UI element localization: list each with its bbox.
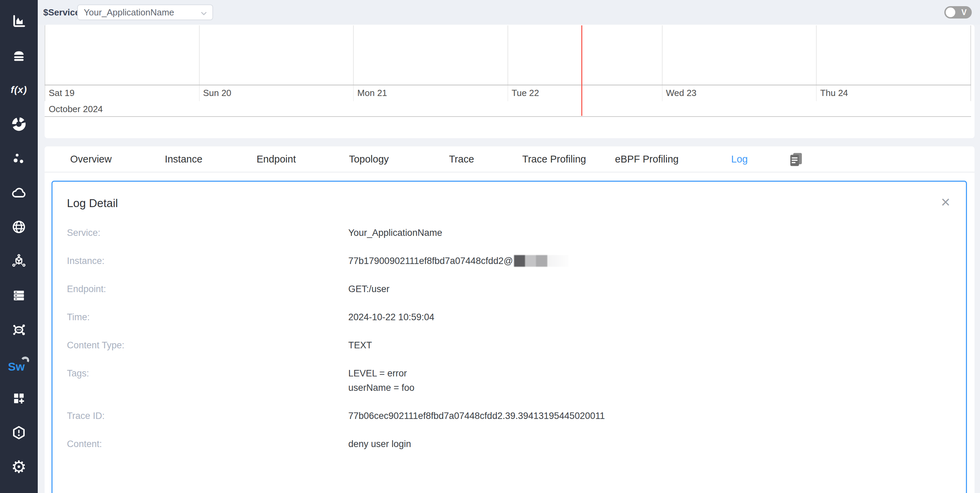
log-detail-fields: Service: Your_ApplicationName Instance: … [52, 219, 966, 458]
dashboard-add-icon [11, 391, 26, 406]
alert-hexagon-icon [11, 425, 26, 440]
day-label: Thu 24 [817, 86, 970, 101]
field-label: Instance: [52, 256, 348, 266]
field-row-time: Time: 2024-10-22 10:59:04 [52, 303, 966, 331]
log-list-icon [788, 151, 804, 168]
timeline-cell[interactable] [200, 25, 354, 85]
topology-icon [11, 322, 27, 338]
sidebar-item-functions[interactable]: f(x) [0, 73, 38, 107]
layers-icon [11, 48, 26, 63]
sidebar-item-settings[interactable]: ⚙ [0, 450, 38, 484]
timeline-month-label: October 2024 [45, 101, 971, 117]
timeline-cell[interactable] [45, 25, 200, 85]
service-variable-label: $Service [43, 7, 80, 18]
redacted-address-block [514, 255, 568, 267]
tab-bar: Overview Instance Endpoint Topology Trac… [45, 146, 975, 173]
sidebar-item-cloud[interactable] [0, 176, 38, 210]
chevron-down-icon [199, 9, 208, 18]
field-value: Your_ApplicationName [348, 225, 442, 240]
field-row-trace-id: Trace ID: 77b06cec902111ef8fbd7a07448cfd… [52, 402, 966, 430]
timeline-chart [45, 25, 971, 85]
sidebar-item-topology[interactable] [0, 313, 38, 347]
field-row-service: Service: Your_ApplicationName [52, 219, 966, 247]
toggle-knob [946, 8, 955, 17]
field-value: TEXT [348, 338, 372, 352]
field-value: 77b17900902111ef8fbd7a07448cfdd2@ [348, 254, 568, 268]
field-value: 2024-10-22 10:59:04 [348, 310, 434, 324]
field-label: Content Type: [52, 340, 348, 351]
tab-endpoint[interactable]: Endpoint [230, 146, 323, 172]
field-label: Service: [52, 228, 348, 238]
sidebar-item-dashboards[interactable] [0, 381, 38, 415]
tab-trace-profiling[interactable]: Trace Profiling [508, 146, 600, 172]
panel-title: Log Detail [67, 197, 118, 210]
tab-topology[interactable]: Topology [323, 146, 415, 172]
settings-gear-icon: ⚙ [11, 458, 27, 476]
topbar: $Service Your_ApplicationName V [38, 0, 980, 25]
version-toggle[interactable]: V [944, 6, 972, 19]
field-label: Time: [52, 312, 348, 323]
day-label: Sun 20 [200, 86, 354, 101]
toggle-label: V [961, 8, 967, 17]
sidebar-item-browser[interactable] [0, 210, 38, 244]
sidebar-item-service-mesh[interactable] [0, 244, 38, 278]
field-row-tags: Tags: LEVEL = error userName = foo [52, 359, 966, 402]
field-value: deny user login [348, 437, 411, 451]
day-label: Tue 22 [508, 86, 663, 101]
cloud-icon [11, 185, 27, 201]
tab-ebpf-profiling[interactable]: eBPF Profiling [600, 146, 693, 172]
field-label: Content: [52, 439, 348, 449]
service-select-value: Your_ApplicationName [84, 7, 174, 18]
tab-trace[interactable]: Trace [415, 146, 508, 172]
day-label: Mon 21 [354, 86, 508, 101]
timeline-day-labels: Sat 19 Sun 20 Mon 21 Tue 22 Wed 23 Thu 2… [45, 86, 971, 101]
skywalking-logo: Sw [8, 356, 30, 373]
sidebar-item-scatter[interactable] [0, 141, 38, 176]
sidebar-item-layers[interactable] [0, 38, 38, 73]
close-icon[interactable]: × [941, 194, 950, 210]
tab-log[interactable]: Log [693, 146, 786, 172]
cube-network-icon [11, 254, 26, 269]
field-label: Trace ID: [52, 411, 348, 421]
tabs-card: Overview Instance Endpoint Topology Trac… [45, 146, 975, 493]
pie-chart-icon [11, 117, 26, 132]
field-row-endpoint: Endpoint: GET:/user [52, 275, 966, 303]
tab-instance[interactable]: Instance [137, 146, 230, 172]
function-icon: f(x) [11, 84, 27, 95]
timeline-cell[interactable] [663, 25, 817, 85]
field-label: Endpoint: [52, 284, 348, 295]
field-value: 77b06cec902111ef8fbd7a07448cfdd2.39.3941… [348, 409, 605, 423]
field-row-instance: Instance: 77b17900902111ef8fbd7a07448cfd… [52, 247, 966, 275]
globe-icon [11, 219, 26, 235]
field-value: GET:/user [348, 282, 390, 296]
scatter-icon [11, 151, 26, 166]
log-list-button[interactable] [786, 151, 807, 168]
sidebar-item-infrastructure[interactable] [0, 278, 38, 313]
field-label: Tags: [52, 366, 348, 380]
current-time-marker [581, 25, 582, 116]
field-row-content-type: Content Type: TEXT [52, 331, 966, 359]
skywalking-log-page: { "topbar": { "service_label": "$Service… [0, 0, 980, 493]
server-list-icon [11, 288, 26, 303]
field-value: LEVEL = error userName = foo [348, 366, 415, 395]
bar-chart-icon [11, 14, 26, 29]
timeline-cell[interactable] [508, 25, 663, 85]
field-row-content: Content: deny user login [52, 430, 966, 458]
sidebar-item-pie[interactable] [0, 107, 38, 141]
timeline-cell[interactable] [817, 25, 970, 85]
service-select[interactable]: Your_ApplicationName [77, 5, 213, 20]
sidebar: f(x) Sw ⚙ [0, 0, 38, 493]
day-label: Sat 19 [45, 86, 200, 101]
day-label: Wed 23 [663, 86, 817, 101]
timeline-cell[interactable] [354, 25, 508, 85]
timeline-card: Sat 19 Sun 20 Mon 21 Tue 22 Wed 23 Thu 2… [45, 25, 975, 138]
tab-overview[interactable]: Overview [45, 146, 137, 172]
log-detail-panel: Log Detail × Service: Your_ApplicationNa… [51, 181, 967, 493]
sidebar-item-general-service[interactable] [0, 4, 38, 38]
sidebar-item-alerting[interactable] [0, 415, 38, 450]
sidebar-item-skywalking[interactable]: Sw [0, 347, 38, 381]
